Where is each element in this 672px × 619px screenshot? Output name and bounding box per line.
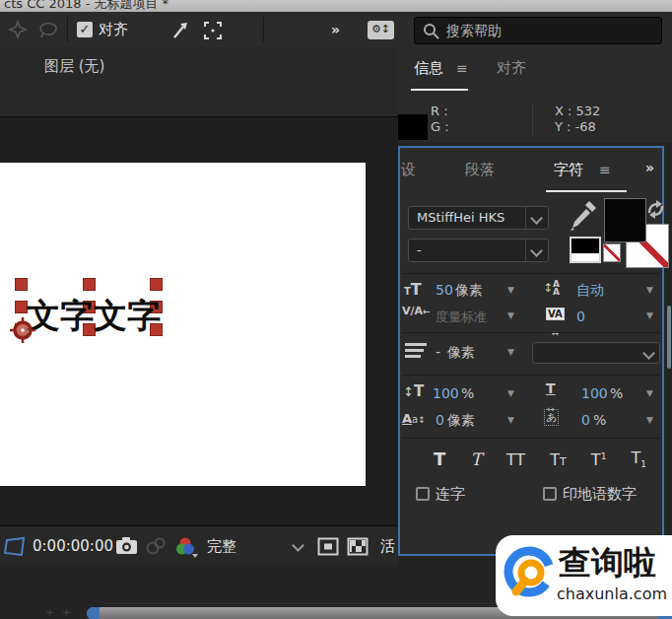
- main-toolbar: ✓ 对齐 » ⚙↕: [0, 12, 672, 48]
- title-bar: cts CC 2018 - 无标题项目 *: [0, 0, 672, 12]
- corner-brackets-icon[interactable]: [203, 21, 223, 40]
- font-family-value: MStiffHei HKS: [417, 210, 504, 225]
- info-y-value: Y : -68: [555, 119, 596, 134]
- faux-italic-button[interactable]: T: [470, 449, 481, 469]
- toolbar-overflow-chevron[interactable]: »: [331, 22, 339, 37]
- region-of-interest-icon[interactable]: [3, 536, 27, 558]
- font-style-chevron: [525, 240, 548, 261]
- scrollbar-left-handle[interactable]: [87, 607, 100, 619]
- search-icon: [423, 23, 439, 39]
- layer-panel-tab[interactable]: 图层 (无): [44, 57, 104, 76]
- tab-presets-partial[interactable]: 设: [401, 161, 416, 179]
- info-x-value: X : 532: [555, 103, 600, 118]
- horizontal-scale-unit: %: [610, 385, 623, 401]
- pin-tool-icon[interactable]: [169, 20, 191, 41]
- tab-character[interactable]: 字符: [554, 161, 583, 179]
- watermark-badge: 查询啦 chaxunla.com: [496, 535, 672, 616]
- info-panel-menu-icon[interactable]: ≡: [456, 60, 468, 76]
- tab-paragraph[interactable]: 段落: [465, 161, 495, 179]
- tracking-value[interactable]: 0: [576, 309, 585, 324]
- fill-color-swatch[interactable]: [604, 198, 646, 242]
- baseline-shift-dropdown-icon[interactable]: ▼: [507, 415, 514, 425]
- composition-canvas[interactable]: 文字文字: [0, 163, 366, 486]
- help-search-box[interactable]: [414, 17, 662, 44]
- small-caps-button[interactable]: TT: [550, 450, 567, 469]
- search-input[interactable]: [444, 20, 655, 41]
- info-panel: 信息 ≡ 对齐 R : G : X : 532 Y : -68: [398, 47, 672, 143]
- panel-overflow-chevron[interactable]: »: [645, 160, 653, 175]
- tracking-icon: VA ↔: [546, 303, 565, 340]
- resolution-dropdown[interactable]: 完整: [207, 537, 236, 556]
- kerning-value[interactable]: 度量标准: [436, 309, 487, 326]
- hindi-digits-label: 印地语数字: [563, 485, 637, 504]
- eyedropper-icon[interactable]: [570, 200, 597, 232]
- font-size-value[interactable]: 50: [436, 282, 453, 298]
- baseline-shift-icon: Aa↕: [402, 408, 426, 427]
- character-panel-menu-icon[interactable]: ≡: [599, 162, 611, 177]
- vertical-scale-value[interactable]: 100: [433, 385, 459, 401]
- info-r-label: R :: [431, 103, 448, 118]
- right-scrollbar-thumb[interactable]: [667, 306, 671, 369]
- selection-handle[interactable]: [83, 278, 96, 291]
- character-panel: 设 段落 字符 ≡ » MStiffHei HKS -: [398, 146, 664, 556]
- show-snapshot-icon[interactable]: [145, 536, 167, 556]
- camera-view-dropdown[interactable]: 活: [380, 537, 395, 556]
- layer-panel-header: 图层 (无): [0, 47, 398, 117]
- no-color-button[interactable]: [603, 243, 621, 262]
- row-divider: [402, 273, 660, 274]
- vertical-scale-unit: %: [461, 385, 474, 401]
- stroke-width-value[interactable]: -: [436, 344, 440, 360]
- leading-icon: ↕AA: [543, 277, 560, 296]
- selection-handle[interactable]: [15, 278, 28, 291]
- default-fill-stroke-button[interactable]: [570, 237, 601, 263]
- faux-style-buttons: T T TT TT T1 T1: [434, 448, 646, 469]
- font-size-icon: TT: [404, 280, 422, 299]
- timecode[interactable]: 0:00:00:00: [33, 537, 113, 555]
- stroke-style-dropdown[interactable]: [532, 342, 660, 364]
- anchor-point-icon[interactable]: [8, 315, 39, 347]
- tab-align[interactable]: 对齐: [497, 59, 526, 78]
- font-size-dropdown-icon[interactable]: ▼: [507, 285, 514, 295]
- ligatures-label: 连字: [436, 485, 465, 504]
- leading-dropdown-icon[interactable]: ▼: [646, 285, 653, 295]
- stroke-width-dropdown-icon[interactable]: ▼: [507, 347, 514, 357]
- tsume-dropdown-icon[interactable]: ▼: [646, 415, 653, 425]
- pucker-tool-icon[interactable]: [8, 20, 28, 39]
- font-family-chevron: [525, 207, 548, 229]
- font-family-dropdown[interactable]: MStiffHei HKS: [408, 206, 549, 230]
- font-style-dropdown[interactable]: -: [408, 239, 549, 262]
- snap-checkbox[interactable]: ✓: [77, 22, 93, 37]
- horizontal-scale-value[interactable]: 100: [581, 385, 608, 401]
- ligatures-checkbox[interactable]: [416, 487, 430, 501]
- tsume-value[interactable]: 0: [581, 412, 590, 428]
- workspace-settings-button[interactable]: ⚙↕: [368, 21, 394, 39]
- tsume-unit: %: [593, 412, 606, 428]
- text-layer[interactable]: 文字文字: [27, 294, 161, 339]
- row-divider: [402, 438, 660, 439]
- baseline-shift-value[interactable]: 0: [436, 412, 444, 428]
- tab-info[interactable]: 信息: [414, 59, 443, 78]
- leading-value[interactable]: 自动: [576, 282, 604, 300]
- gear-icon: ⚙: [371, 23, 381, 35]
- selection-handle[interactable]: [150, 278, 163, 291]
- show-channel-icon[interactable]: [174, 535, 200, 559]
- resolution-chevron-icon[interactable]: [292, 539, 304, 552]
- lasso-tool-icon[interactable]: [37, 20, 59, 39]
- all-caps-button[interactable]: TT: [506, 450, 525, 469]
- transparency-grid-icon[interactable]: [347, 537, 369, 556]
- subscript-button[interactable]: T1: [631, 448, 646, 469]
- info-g-label: G :: [431, 119, 449, 134]
- info-color-swatch: [398, 114, 428, 140]
- target-region-icon[interactable]: [317, 537, 339, 556]
- font-style-value: -: [417, 242, 422, 257]
- snapshot-camera-icon[interactable]: [115, 536, 139, 556]
- tracking-dropdown-icon[interactable]: ▼: [646, 310, 653, 320]
- right-panel-column: 信息 ≡ 对齐 R : G : X : 532 Y : -68 设 段落 字符 …: [398, 47, 672, 567]
- superscript-button[interactable]: T1: [591, 450, 607, 469]
- swap-fill-stroke-icon[interactable]: [645, 199, 666, 220]
- horizontal-scale-dropdown-icon[interactable]: ▼: [646, 388, 653, 398]
- hindi-digits-checkbox[interactable]: [543, 487, 557, 501]
- faux-bold-button[interactable]: T: [434, 448, 445, 469]
- vertical-scale-dropdown-icon[interactable]: ▼: [507, 388, 514, 398]
- kerning-dropdown-icon[interactable]: ▼: [507, 310, 514, 320]
